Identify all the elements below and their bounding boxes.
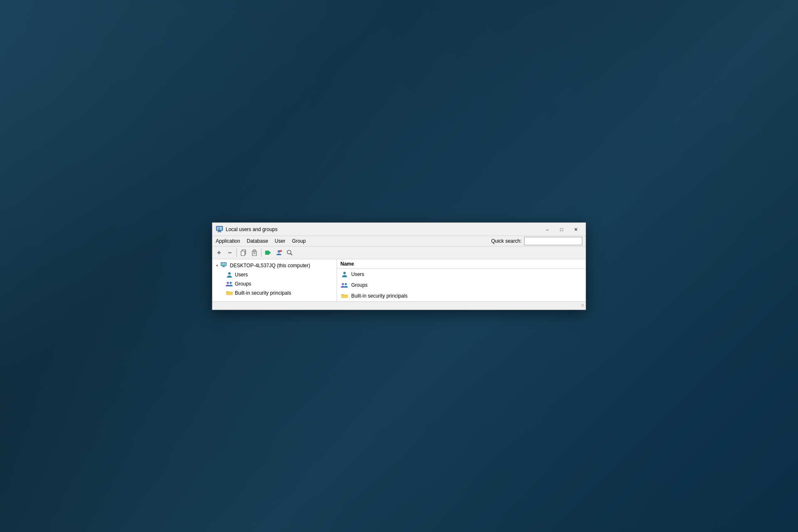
paste-button[interactable] xyxy=(249,248,259,258)
close-button[interactable]: ✕ xyxy=(569,225,582,234)
copy-button[interactable] xyxy=(239,248,249,258)
svg-point-31 xyxy=(345,283,347,285)
svg-point-30 xyxy=(342,283,344,285)
list-groups-icon xyxy=(340,281,349,289)
add-button[interactable]: + xyxy=(214,248,224,258)
resize-grip: ⠿ xyxy=(581,303,584,308)
tree-pane: ▾ DESKTOP-4L537JQ (this computer) xyxy=(212,259,337,301)
add-icon: + xyxy=(217,249,221,256)
toolbar-separator-2 xyxy=(261,249,261,257)
list-builtin-label: Built-in security principals xyxy=(351,293,407,299)
list-groups-label: Groups xyxy=(351,282,367,288)
disconnect-icon xyxy=(276,249,282,256)
minimize-button[interactable]: – xyxy=(541,225,554,234)
tree-groups-item[interactable]: Groups xyxy=(212,279,337,288)
svg-rect-3 xyxy=(217,232,222,232)
title-bar: Local users and groups – □ ✕ xyxy=(212,223,586,236)
tree-builtin-label: Built-in security principals xyxy=(235,290,291,296)
svg-point-4 xyxy=(219,228,220,229)
expand-arrow: ▾ xyxy=(214,263,220,268)
remove-icon: – xyxy=(228,249,232,256)
svg-point-24 xyxy=(224,264,225,264)
menu-bar-left: Application Database User Group xyxy=(212,237,491,245)
quick-search-label: Quick search: xyxy=(491,238,522,244)
menu-application[interactable]: Application xyxy=(212,237,244,245)
remove-button[interactable]: – xyxy=(225,248,235,258)
window-title: Local users and groups xyxy=(226,227,541,232)
main-window: Local users and groups – □ ✕ Application… xyxy=(212,222,586,310)
connect-icon xyxy=(265,249,271,256)
menu-bar-right: Quick search: xyxy=(491,237,586,245)
list-users-label: Users xyxy=(351,271,364,277)
menu-user[interactable]: User xyxy=(271,237,288,245)
list-header: Name xyxy=(337,259,586,269)
tree-root-label: DESKTOP-4L537JQ (this computer) xyxy=(230,263,310,268)
svg-point-17 xyxy=(287,250,291,254)
list-folder-icon xyxy=(340,292,349,300)
list-header-name: Name xyxy=(340,261,354,267)
svg-point-25 xyxy=(228,272,231,275)
paste-icon xyxy=(251,249,258,256)
list-pane: Name Users xyxy=(337,259,586,301)
tree-root-item[interactable]: ▾ DESKTOP-4L537JQ (this computer) xyxy=(212,261,337,270)
svg-rect-7 xyxy=(252,251,256,256)
svg-rect-32 xyxy=(341,295,348,298)
toolbar-separator-1 xyxy=(236,249,237,257)
connect-button[interactable] xyxy=(263,248,273,258)
computer-icon xyxy=(221,262,228,269)
folder-icon xyxy=(226,289,233,297)
svg-rect-8 xyxy=(253,250,256,251)
svg-rect-28 xyxy=(226,292,233,295)
window-controls: – □ ✕ xyxy=(541,225,582,234)
svg-rect-6 xyxy=(241,251,245,256)
list-item-users[interactable]: Users xyxy=(337,269,586,280)
groups-icon xyxy=(226,280,233,288)
list-item-groups[interactable]: Groups xyxy=(337,280,586,291)
tree-users-label: Users xyxy=(235,272,248,278)
svg-point-29 xyxy=(343,272,346,274)
svg-rect-21 xyxy=(223,266,224,267)
quick-search-input[interactable] xyxy=(524,237,582,245)
svg-marker-13 xyxy=(269,251,271,254)
disconnect-button[interactable] xyxy=(274,248,284,258)
menu-bar: Application Database User Group Quick se… xyxy=(212,236,586,246)
toolbar: + – xyxy=(212,246,586,259)
svg-rect-2 xyxy=(218,231,221,232)
status-bar: ⠿ xyxy=(212,301,586,310)
svg-rect-12 xyxy=(265,251,269,255)
app-icon xyxy=(216,226,223,233)
tree-groups-label: Groups xyxy=(235,281,251,287)
tree-builtin-item[interactable]: Built-in security principals xyxy=(212,288,337,298)
main-content: ▾ DESKTOP-4L537JQ (this computer) xyxy=(212,259,586,301)
svg-point-23 xyxy=(222,264,223,264)
tree-users-item[interactable]: Users xyxy=(212,270,337,279)
svg-line-18 xyxy=(291,254,292,255)
menu-database[interactable]: Database xyxy=(244,237,271,245)
list-users-icon xyxy=(340,270,349,278)
list-item-builtin[interactable]: Built-in security principals xyxy=(337,291,586,301)
search-button[interactable] xyxy=(285,248,295,258)
maximize-button[interactable]: □ xyxy=(555,225,568,234)
svg-point-26 xyxy=(227,282,229,284)
svg-rect-22 xyxy=(222,266,225,267)
search-icon xyxy=(286,249,293,256)
svg-point-14 xyxy=(278,250,280,253)
menu-group[interactable]: Group xyxy=(288,237,309,245)
users-icon xyxy=(226,271,233,278)
svg-point-27 xyxy=(230,282,232,284)
copy-icon xyxy=(240,249,247,256)
